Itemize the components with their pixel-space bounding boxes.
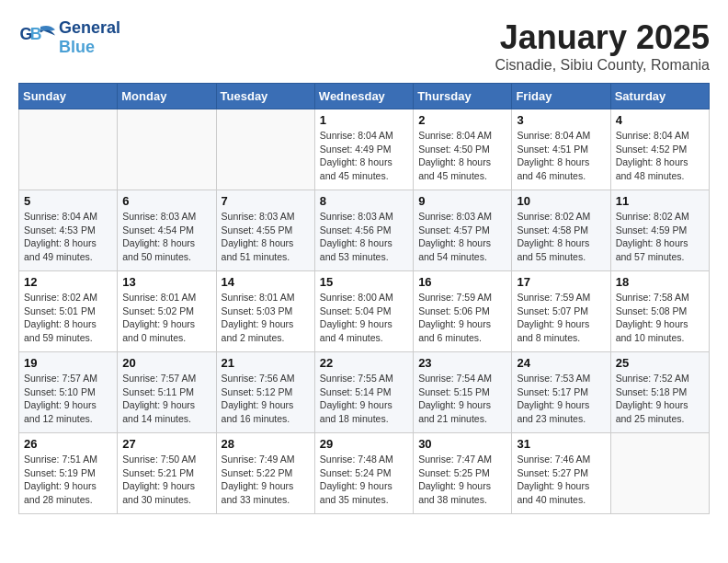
day-cell-29: 29Sunrise: 7:48 AM Sunset: 5:24 PM Dayli… [314,433,413,514]
day-info: Sunrise: 7:57 AM Sunset: 5:11 PM Dayligh… [122,372,210,426]
day-number: 23 [418,356,506,370]
day-cell-31: 31Sunrise: 7:46 AM Sunset: 5:27 PM Dayli… [512,433,610,514]
day-cell-10: 10Sunrise: 8:02 AM Sunset: 4:58 PM Dayli… [512,190,610,271]
day-info: Sunrise: 8:02 AM Sunset: 5:01 PM Dayligh… [24,291,112,345]
day-cell-15: 15Sunrise: 8:00 AM Sunset: 5:04 PM Dayli… [314,271,413,352]
day-cell-16: 16Sunrise: 7:59 AM Sunset: 5:06 PM Dayli… [414,271,512,352]
day-number: 16 [418,275,506,289]
day-cell-21: 21Sunrise: 7:56 AM Sunset: 5:12 PM Dayli… [216,352,314,433]
weekday-header-tuesday: Tuesday [216,84,314,109]
empty-cell [19,109,118,190]
day-number: 22 [320,356,408,370]
day-info: Sunrise: 8:03 AM Sunset: 4:56 PM Dayligh… [320,210,408,264]
day-cell-22: 22Sunrise: 7:55 AM Sunset: 5:14 PM Dayli… [314,352,413,433]
day-number: 27 [122,437,210,451]
day-cell-30: 30Sunrise: 7:47 AM Sunset: 5:25 PM Dayli… [414,433,512,514]
day-info: Sunrise: 8:01 AM Sunset: 5:03 PM Dayligh… [222,291,310,345]
weekday-header-friday: Friday [512,84,610,109]
day-number: 12 [24,275,112,289]
day-number: 14 [222,275,310,289]
day-cell-27: 27Sunrise: 7:50 AM Sunset: 5:21 PM Dayli… [118,433,216,514]
day-number: 28 [222,437,310,451]
day-info: Sunrise: 7:55 AM Sunset: 5:14 PM Dayligh… [320,372,408,426]
day-cell-26: 26Sunrise: 7:51 AM Sunset: 5:19 PM Dayli… [19,433,118,514]
day-info: Sunrise: 8:02 AM Sunset: 4:58 PM Dayligh… [517,210,605,264]
day-number: 21 [222,356,310,370]
weekday-header-wednesday: Wednesday [314,84,413,109]
day-cell-24: 24Sunrise: 7:53 AM Sunset: 5:17 PM Dayli… [512,352,610,433]
day-number: 3 [517,113,605,127]
day-info: Sunrise: 8:00 AM Sunset: 5:04 PM Dayligh… [320,291,408,345]
day-info: Sunrise: 7:49 AM Sunset: 5:22 PM Dayligh… [222,453,310,507]
day-number: 2 [418,113,506,127]
day-cell-11: 11Sunrise: 8:02 AM Sunset: 4:59 PM Dayli… [610,190,709,271]
day-number: 17 [517,275,605,289]
week-row-2: 5Sunrise: 8:04 AM Sunset: 4:53 PM Daylig… [19,190,710,271]
day-number: 9 [418,194,506,208]
week-row-5: 26Sunrise: 7:51 AM Sunset: 5:19 PM Dayli… [19,433,710,514]
week-row-4: 19Sunrise: 7:57 AM Sunset: 5:10 PM Dayli… [19,352,710,433]
day-number: 20 [122,356,210,370]
day-number: 18 [616,275,704,289]
day-number: 11 [616,194,704,208]
day-number: 7 [222,194,310,208]
day-cell-6: 6Sunrise: 8:03 AM Sunset: 4:54 PM Daylig… [118,190,216,271]
logo-line1: General [59,18,120,38]
logo-line2: Blue [59,38,120,57]
empty-cell [216,109,314,190]
day-cell-13: 13Sunrise: 8:01 AM Sunset: 5:02 PM Dayli… [118,271,216,352]
weekday-header-saturday: Saturday [610,84,709,109]
day-number: 19 [24,356,112,370]
day-cell-7: 7Sunrise: 8:03 AM Sunset: 4:55 PM Daylig… [216,190,314,271]
day-info: Sunrise: 8:04 AM Sunset: 4:50 PM Dayligh… [418,129,506,183]
day-info: Sunrise: 7:56 AM Sunset: 5:12 PM Dayligh… [222,372,310,426]
day-info: Sunrise: 8:04 AM Sunset: 4:51 PM Dayligh… [517,129,605,183]
day-cell-1: 1Sunrise: 8:04 AM Sunset: 4:49 PM Daylig… [314,109,413,190]
svg-text:B: B [30,25,42,43]
day-cell-8: 8Sunrise: 8:03 AM Sunset: 4:56 PM Daylig… [314,190,413,271]
weekday-header-row: SundayMondayTuesdayWednesdayThursdayFrid… [19,84,710,109]
day-info: Sunrise: 7:53 AM Sunset: 5:17 PM Dayligh… [517,372,605,426]
day-number: 24 [517,356,605,370]
weekday-header-thursday: Thursday [414,84,512,109]
logo-icon: G B [18,19,55,56]
day-cell-4: 4Sunrise: 8:04 AM Sunset: 4:52 PM Daylig… [610,109,709,190]
day-cell-23: 23Sunrise: 7:54 AM Sunset: 5:15 PM Dayli… [414,352,512,433]
day-number: 31 [517,437,605,451]
calendar-table: SundayMondayTuesdayWednesdayThursdayFrid… [18,83,710,514]
day-info: Sunrise: 7:59 AM Sunset: 5:06 PM Dayligh… [418,291,506,345]
month-title: January 2025 [495,18,710,57]
day-number: 26 [24,437,112,451]
day-info: Sunrise: 7:52 AM Sunset: 5:18 PM Dayligh… [616,372,704,426]
empty-cell [610,433,709,514]
day-info: Sunrise: 7:58 AM Sunset: 5:08 PM Dayligh… [616,291,704,345]
location: Cisnadie, Sibiu County, Romania [495,57,710,74]
day-info: Sunrise: 7:57 AM Sunset: 5:10 PM Dayligh… [24,372,112,426]
day-number: 10 [517,194,605,208]
day-cell-17: 17Sunrise: 7:59 AM Sunset: 5:07 PM Dayli… [512,271,610,352]
logo: G B General Blue [18,18,120,57]
day-cell-12: 12Sunrise: 8:02 AM Sunset: 5:01 PM Dayli… [19,271,118,352]
day-info: Sunrise: 8:04 AM Sunset: 4:53 PM Dayligh… [24,210,112,264]
day-info: Sunrise: 8:04 AM Sunset: 4:49 PM Dayligh… [320,129,408,183]
day-info: Sunrise: 7:54 AM Sunset: 5:15 PM Dayligh… [418,372,506,426]
day-info: Sunrise: 8:03 AM Sunset: 4:57 PM Dayligh… [418,210,506,264]
day-cell-18: 18Sunrise: 7:58 AM Sunset: 5:08 PM Dayli… [610,271,709,352]
day-number: 15 [320,275,408,289]
day-info: Sunrise: 8:03 AM Sunset: 4:54 PM Dayligh… [122,210,210,264]
day-number: 4 [616,113,704,127]
day-number: 30 [418,437,506,451]
day-number: 29 [320,437,408,451]
empty-cell [118,109,216,190]
day-number: 13 [122,275,210,289]
day-info: Sunrise: 8:03 AM Sunset: 4:55 PM Dayligh… [222,210,310,264]
day-number: 1 [320,113,408,127]
day-number: 8 [320,194,408,208]
week-row-1: 1Sunrise: 8:04 AM Sunset: 4:49 PM Daylig… [19,109,710,190]
day-info: Sunrise: 8:01 AM Sunset: 5:02 PM Dayligh… [122,291,210,345]
day-cell-20: 20Sunrise: 7:57 AM Sunset: 5:11 PM Dayli… [118,352,216,433]
day-info: Sunrise: 7:47 AM Sunset: 5:25 PM Dayligh… [418,453,506,507]
day-cell-3: 3Sunrise: 8:04 AM Sunset: 4:51 PM Daylig… [512,109,610,190]
day-cell-19: 19Sunrise: 7:57 AM Sunset: 5:10 PM Dayli… [19,352,118,433]
day-cell-9: 9Sunrise: 8:03 AM Sunset: 4:57 PM Daylig… [414,190,512,271]
